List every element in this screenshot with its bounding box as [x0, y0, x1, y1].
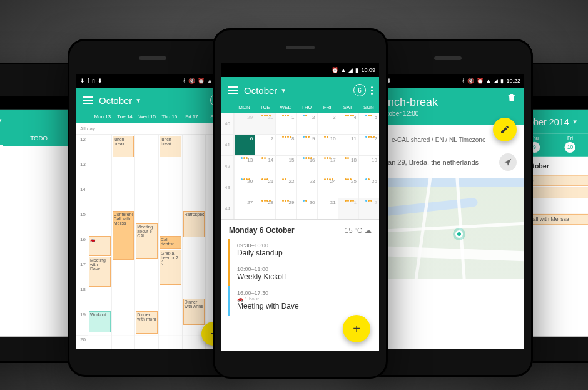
chevron-down-icon: ▼ [572, 118, 579, 125]
month-cell[interactable]: 22 [275, 177, 296, 198]
agenda-item[interactable]: 09:30–10:00 Daily standup [228, 239, 379, 262]
month-cell[interactable]: 6 [234, 135, 255, 155]
month-cell[interactable]: 3 [317, 113, 338, 134]
todo-sub: svoosten@e-sites.nl [0, 185, 68, 191]
month-dropdown[interactable]: October ▼ [99, 95, 210, 106]
week-event[interactable]: Call dentist [160, 236, 181, 249]
todo-sub: svoosten@e-sites.nl [0, 163, 68, 169]
month-grid[interactable]: 4029301234541678910111242131415161718194… [221, 113, 379, 220]
month-cell[interactable]: 16 [296, 156, 317, 177]
month-cell[interactable]: 23 [296, 177, 317, 198]
menu-button[interactable] [228, 86, 238, 94]
month-cell[interactable]: 13 [234, 156, 255, 177]
week-number: 41 [221, 135, 234, 155]
month-dropdown[interactable]: October ▼ [244, 85, 353, 96]
alarm-icon: ⏰ [198, 78, 205, 84]
month-cell[interactable]: 30 [255, 113, 275, 134]
month-cell[interactable]: 19 [358, 156, 379, 177]
week-event[interactable]: lunch-break [113, 136, 134, 157]
month-cell[interactable]: 11 [338, 135, 358, 155]
month-cell[interactable]: 31 [317, 198, 338, 219]
month-cell[interactable]: 10 [317, 135, 338, 155]
month-cell[interactable]: 29 [234, 113, 255, 134]
clock: 10:22 [506, 78, 520, 84]
agenda-item[interactable]: 10:00–11:00 Weekly Kickoff [228, 262, 379, 286]
agenda-time: 10:00–11:00 [237, 266, 372, 272]
month-cell[interactable]: 7 [255, 135, 275, 155]
week-event[interactable]: Retrospective [183, 211, 205, 237]
week-event[interactable]: Dinner with mom [136, 311, 158, 334]
day[interactable]: Wed 15 [136, 114, 158, 120]
month-cell[interactable]: 25 [338, 177, 358, 198]
tab-todo[interactable]: TODO [3, 131, 74, 146]
day[interactable]: Mon 13 [91, 114, 114, 120]
tabs: ALL TODO [0, 131, 74, 146]
day[interactable]: Thu 16 [158, 114, 181, 120]
agenda-item[interactable]: 16:00–17:30 🚗 1 hour Meeting with Dave [228, 286, 379, 316]
month-cell[interactable]: 14 [255, 156, 275, 177]
month-cell[interactable]: 20 [234, 177, 255, 198]
date-chip[interactable]: Fri10 [565, 135, 575, 153]
month-cell[interactable]: 24 [317, 177, 338, 198]
help-link[interactable]: ? [372, 279, 524, 305]
todo-item[interactable]: Do the dishes svoosten@e-sites.nl [0, 153, 68, 172]
week-grid[interactable]: 12131415161718192021 🚗 Meeting with Dave… [76, 135, 229, 349]
month-cell[interactable]: 21 [255, 177, 275, 198]
month-cell[interactable]: 12 [358, 135, 379, 155]
screen: 2do at home ▼ ALL TODO Do the dishes svo… [0, 96, 74, 337]
week-event[interactable]: Conference Call with Meliss [113, 211, 134, 260]
agenda-title: Meeting with Dave [237, 302, 372, 310]
todo-item[interactable]: Buy flowers svoosten@e-sites.nl [0, 197, 68, 215]
month-label: October [244, 85, 277, 96]
day[interactable]: Tue 14 [114, 114, 136, 120]
week-event[interactable]: Meeting about e-CAL [136, 223, 158, 259]
weather: 15 °C☁ [345, 227, 372, 235]
map-view[interactable] [372, 178, 524, 279]
week-event[interactable]: Dinner with Anne [183, 299, 205, 325]
month-cell[interactable]: 30 [296, 198, 317, 219]
month-cell[interactable]: 2 [358, 198, 379, 219]
week-event[interactable]: Meeting with Dave [89, 257, 111, 287]
month-cell[interactable]: 27 [234, 198, 255, 219]
category-dropdown[interactable]: 2do at home ▼ [0, 115, 69, 125]
month-cell[interactable]: 17 [317, 156, 338, 177]
screen: ▯ ▯ ⬇ ᚼ 🔇 ⏰ ▲ ◢ ▮ 10:22 lunch-break Octo… [372, 74, 524, 349]
overflow-menu[interactable] [371, 86, 373, 95]
event-subtitle: October 12:00 [379, 110, 517, 117]
clock: 10:09 [361, 67, 375, 73]
address-row[interactable]: itlaan 29, Breda, the netherlands [372, 150, 524, 175]
month-cell[interactable]: 1 [338, 198, 358, 219]
delete-button[interactable] [507, 93, 517, 105]
wifi-icon: ▲ [207, 78, 213, 84]
month-cell[interactable]: 29 [275, 198, 296, 219]
edit-fab[interactable] [493, 118, 517, 141]
month-cell[interactable]: 26 [358, 177, 379, 198]
agenda-time: 09:30–10:00 [237, 242, 372, 249]
month-cell[interactable]: 8 [275, 135, 296, 155]
month-cell[interactable]: 1 [275, 113, 296, 134]
bluetooth-icon: ᚼ [183, 78, 186, 84]
week-number: 44 [221, 198, 234, 219]
month-cell[interactable]: 5 [358, 113, 379, 134]
month-cell[interactable]: 4 [338, 113, 358, 134]
agenda-title: Weekly Kickoff [237, 272, 372, 281]
month-cell[interactable]: 15 [275, 156, 296, 177]
today-button[interactable]: 6 [353, 84, 366, 96]
todo-item[interactable]: Clean the car svoosten@e-sites.nl [0, 175, 68, 193]
add-fab[interactable]: + [343, 315, 370, 342]
month-dropdown[interactable]: ober 2014 ▼ [529, 116, 588, 126]
week-event[interactable]: 🚗 [89, 236, 111, 256]
month-cell[interactable]: 9 [296, 135, 317, 155]
month-cell[interactable]: 28 [255, 198, 275, 219]
app-bar: October ▼ 6 [76, 88, 229, 113]
day[interactable]: Fri 17 [181, 114, 203, 120]
week-event[interactable]: lunch-break [160, 136, 181, 157]
week-event[interactable]: Workout [89, 311, 111, 332]
status-bar [0, 96, 74, 110]
navigation-icon[interactable] [499, 153, 517, 171]
month-cell[interactable]: 2 [296, 113, 317, 134]
menu-button[interactable] [83, 96, 93, 104]
month-cell[interactable]: 18 [338, 156, 358, 177]
chevron-down-icon: ▼ [280, 87, 286, 94]
week-event[interactable]: Grab a beer or 2 :) [160, 250, 181, 285]
